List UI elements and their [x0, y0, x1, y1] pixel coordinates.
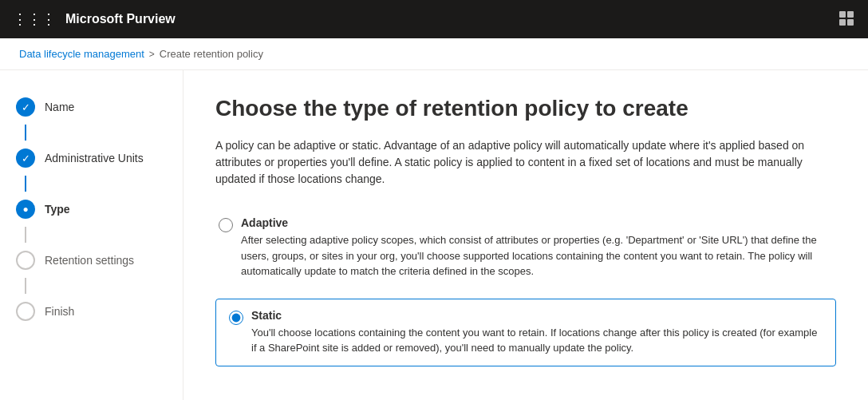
step-connector-3	[25, 227, 26, 243]
adaptive-desc: After selecting adaptive policy scopes, …	[241, 232, 833, 279]
step-circle-finish	[16, 302, 35, 321]
static-title: Static	[251, 309, 823, 322]
settings-icon[interactable]	[838, 10, 855, 27]
sidebar-item-retention[interactable]: Retention settings	[0, 243, 183, 278]
grid-icon[interactable]: ⋮⋮⋮	[13, 10, 56, 28]
step-circle-type: ●	[16, 200, 35, 219]
sidebar: ✓ Name ✓ Administrative Units ● Type Ret…	[0, 70, 183, 400]
main-container: ✓ Name ✓ Administrative Units ● Type Ret…	[0, 70, 868, 400]
svg-rect-3	[847, 19, 854, 26]
sidebar-label-admin: Administrative Units	[45, 152, 144, 164]
content-area: Choose the type of retention policy to c…	[183, 70, 868, 400]
sidebar-label-type: Type	[45, 203, 70, 216]
breadcrumb: Data lifecycle management > Create reten…	[0, 38, 868, 70]
breadcrumb-current: Create retention policy	[160, 48, 263, 60]
step-circle-name: ✓	[16, 97, 35, 117]
breadcrumb-parent[interactable]: Data lifecycle management	[19, 48, 144, 60]
sidebar-label-finish: Finish	[45, 305, 74, 318]
checkmark-icon-2: ✓	[22, 152, 30, 164]
step-connector-1	[25, 125, 26, 141]
step-circle-retention	[16, 251, 35, 270]
adaptive-option: Adaptive After selecting adaptive policy…	[215, 210, 836, 286]
sidebar-label-retention: Retention settings	[45, 254, 134, 267]
topbar: ⋮⋮⋮ Microsoft Purview	[0, 0, 868, 38]
svg-rect-1	[847, 11, 854, 18]
adaptive-radio[interactable]	[219, 218, 233, 232]
svg-rect-2	[839, 19, 846, 26]
page-title: Choose the type of retention policy to c…	[215, 96, 836, 121]
sidebar-item-admin-units[interactable]: ✓ Administrative Units	[0, 141, 183, 176]
step-circle-admin: ✓	[16, 149, 35, 168]
sidebar-item-finish[interactable]: Finish	[0, 294, 183, 329]
content-description: A policy can be adaptive or static. Adva…	[215, 137, 836, 188]
adaptive-title: Adaptive	[241, 216, 833, 229]
sidebar-item-type[interactable]: ● Type	[0, 192, 183, 227]
static-radio[interactable]	[229, 311, 243, 325]
step-connector-4	[25, 278, 26, 294]
sidebar-item-name[interactable]: ✓ Name	[0, 89, 183, 125]
svg-rect-0	[839, 11, 846, 18]
adaptive-label[interactable]: Adaptive After selecting adaptive policy…	[241, 216, 833, 279]
topbar-right	[838, 10, 855, 30]
static-desc: You'll choose locations containing the c…	[251, 325, 823, 356]
step-connector-2	[25, 176, 26, 192]
checkmark-icon: ✓	[22, 101, 30, 113]
static-label[interactable]: Static You'll choose locations containin…	[251, 309, 823, 356]
static-option: Static You'll choose locations containin…	[215, 299, 836, 366]
breadcrumb-separator: >	[149, 49, 155, 60]
step-number-type: ●	[22, 204, 28, 215]
sidebar-label-name: Name	[45, 101, 74, 113]
app-title: Microsoft Purview	[65, 12, 176, 26]
